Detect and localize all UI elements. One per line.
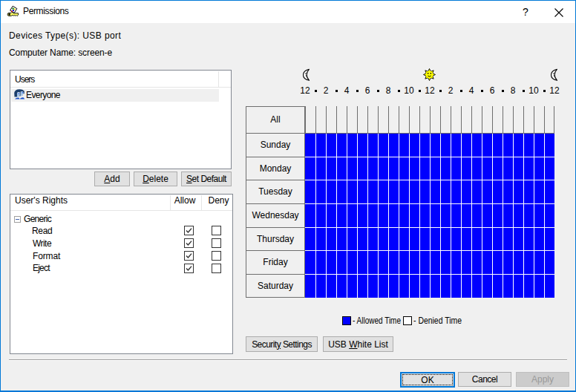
svg-text:12: 12: [300, 85, 310, 96]
svg-text:Tuesday: Tuesday: [258, 186, 292, 197]
svg-text:2: 2: [324, 85, 329, 96]
svg-text:Thursday: Thursday: [257, 234, 294, 244]
svg-text:12: 12: [425, 85, 435, 96]
svg-text:Saturday: Saturday: [258, 281, 293, 291]
svg-text:10: 10: [528, 85, 539, 96]
svg-text:All: All: [270, 114, 280, 125]
svg-text:8: 8: [511, 85, 516, 96]
svg-text:Sunday: Sunday: [261, 140, 291, 150]
svg-text:- Allowed Time: - Allowed Time: [353, 316, 401, 326]
svg-text:6: 6: [365, 85, 370, 96]
svg-text:6: 6: [490, 85, 495, 96]
svg-text:Wednesday: Wednesday: [252, 210, 298, 220]
svg-text:4: 4: [344, 85, 350, 96]
svg-text:4: 4: [469, 85, 474, 96]
svg-text:- Denied Time: - Denied Time: [413, 316, 462, 326]
svg-text:10: 10: [404, 85, 414, 96]
svg-text:2: 2: [448, 85, 454, 96]
svg-text:12: 12: [549, 85, 560, 96]
svg-text:Monday: Monday: [260, 163, 292, 174]
svg-text:Friday: Friday: [263, 257, 287, 267]
svg-text:8: 8: [386, 85, 391, 96]
